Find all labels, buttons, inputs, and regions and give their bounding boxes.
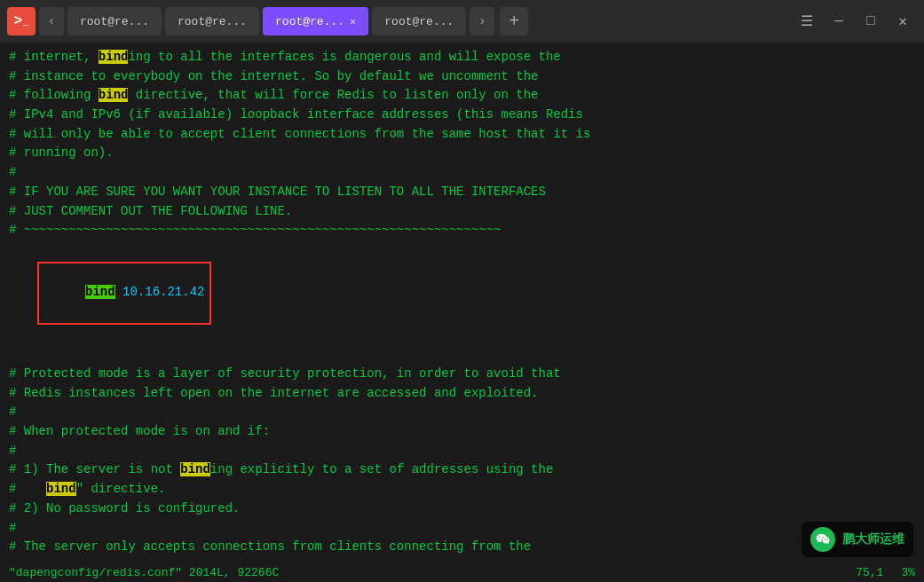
menu-button[interactable]: ☰ (793, 7, 821, 35)
statusbar-right: 75,1 3% (856, 566, 924, 579)
term-line-4: # IPv4 and IPv6 (if available) loopback … (9, 106, 915, 125)
window-controls: ☰ — □ ✕ (793, 7, 917, 35)
highlight-bind-3: bind (180, 462, 210, 476)
tab-1[interactable]: root@re... (67, 7, 162, 35)
statusbar: "dapengconfig/redis.conf" 2014L, 92266C … (0, 562, 924, 582)
term-line-bind-ip: bind 10.16.21.42 (9, 242, 915, 343)
watermark: 鹏大师运维 (802, 522, 913, 557)
terminal-icon: >_ (7, 7, 36, 35)
term-line-18: # 1) The server is not binding explicitl… (9, 460, 915, 480)
highlight-bind-1: bind (99, 50, 129, 64)
tab-forward-button[interactable]: › (470, 7, 494, 35)
term-line-8: # IF YOU ARE SURE YOU WANT YOUR INSTANCE… (9, 183, 915, 202)
statusbar-position: 75,1 (856, 566, 883, 579)
tab-4[interactable]: root@re... (372, 7, 466, 35)
term-line-22: # The server only accepts connections fr… (9, 538, 915, 557)
term-line-10: # ~~~~~~~~~~~~~~~~~~~~~~~~~~~~~~~~~~~~~~… (9, 221, 915, 240)
term-line-15: # (9, 403, 915, 422)
term-line-7: # (9, 163, 915, 183)
term-line-13: # Protected mode is a layer of security … (9, 365, 915, 384)
new-tab-button[interactable]: + (500, 7, 528, 35)
term-line-20: # 2) No password is configured. (9, 499, 915, 519)
term-line-9: # JUST COMMENT OUT THE FOLLOWING LINE. (9, 202, 915, 222)
ip-address: 10.16.21.42 (115, 285, 205, 299)
statusbar-percent: 3% (901, 566, 915, 579)
term-line-empty (9, 345, 915, 365)
term-line-17: # (9, 442, 915, 461)
tab-close-icon[interactable]: ✕ (350, 15, 356, 28)
close-button[interactable]: ✕ (888, 7, 917, 35)
term-line-1: # internet, binding to all the interface… (9, 48, 915, 67)
highlight-bind-4: bind (46, 482, 76, 496)
statusbar-file: "dapengconfig/redis.conf" 2014L, 92266C (0, 566, 279, 579)
wechat-icon (810, 527, 835, 552)
highlight-bind-2: bind (99, 88, 129, 102)
term-line-14: # Redis instances left open on the inter… (9, 384, 915, 404)
term-line-3: # following bind directive, that will fo… (9, 86, 915, 106)
maximize-button[interactable]: □ (857, 7, 885, 35)
minimize-button[interactable]: — (825, 7, 853, 35)
term-line-21: # (9, 519, 915, 539)
term-line-16: # When protected mode is on and if: (9, 422, 915, 442)
tab-2[interactable]: root@re... (165, 7, 259, 35)
tab-back-button[interactable]: ‹ (39, 7, 64, 35)
watermark-text: 鹏大师运维 (842, 531, 904, 547)
term-line-2: # instance to everybody on the internet.… (9, 67, 915, 87)
tab-3-active[interactable]: root@re... ✕ (263, 7, 368, 35)
term-line-6: # running on). (9, 144, 915, 163)
titlebar: >_ ‹ root@re... root@re... root@re... ✕ … (0, 0, 924, 43)
bind-keyword: bind (85, 285, 115, 299)
term-line-19: # bind" directive. (9, 480, 915, 499)
terminal-area: # internet, binding to all the interface… (0, 43, 924, 582)
term-line-5: # will only be able to accept client con… (9, 125, 915, 145)
